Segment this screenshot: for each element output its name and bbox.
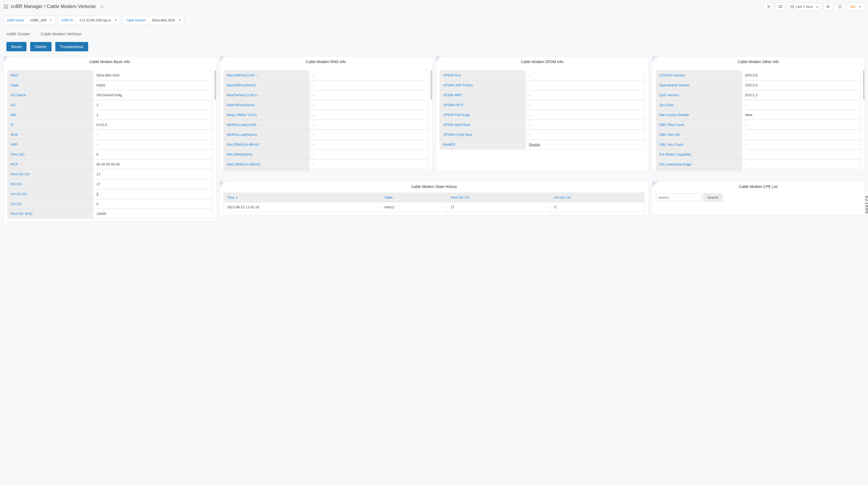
- kv-key: Min DRW(1/4 dBmV): [223, 140, 310, 149]
- scrollbar[interactable]: [863, 70, 865, 100]
- kv-row: Operational VersionDOC3.0: [656, 80, 861, 90]
- kv-value: DOC1.1: [742, 90, 861, 100]
- troubleshoot-button[interactable]: Troubleshoot: [55, 42, 88, 51]
- scrollbar[interactable]: [431, 70, 432, 100]
- kv-row: Neq(1.6MHz TxCh)-: [223, 110, 429, 120]
- kv-key: Operational Version: [656, 80, 742, 90]
- zoom-out-button[interactable]: [824, 3, 833, 10]
- kv-key: OFDM QAM Mod: [440, 120, 526, 130]
- time-range-picker[interactable]: Last 1 hour: [787, 3, 821, 10]
- kv-row: MD1: [7, 110, 212, 120]
- kv-row: IP0.0.0.0: [7, 120, 212, 130]
- panel-info-icon[interactable]: i: [220, 181, 226, 187]
- panel-title: Cable Modem OFDM Info: [436, 56, 648, 66]
- filter-value-cnbr-name[interactable]: cnBR_209: [27, 16, 56, 25]
- kv-value[interactable]: 5: [93, 189, 212, 199]
- kv-key: DBC Res OK: [656, 130, 742, 139]
- kv-row: MinPwrLoad(1/100 …-: [223, 120, 429, 130]
- clock-icon: [790, 5, 794, 8]
- kv-key: MD: [7, 110, 93, 119]
- svg-point-9: [768, 6, 769, 7]
- kv-row: RCP00 00 00 00 00: [7, 159, 212, 169]
- panel-info-icon[interactable]: i: [652, 56, 658, 62]
- kv-value[interactable]: Display: [526, 140, 645, 149]
- kv-key: RCP: [7, 159, 93, 169]
- svg-point-6: [102, 7, 103, 8]
- kv-row: Min DRW(Norm)-: [223, 149, 429, 159]
- filter-label-cnbr-name: cnBR Name: [4, 16, 27, 25]
- kv-key: IP: [7, 120, 93, 130]
- kv-row: MinPwrLoad(Norm)-: [223, 130, 429, 140]
- kv-row: Prim DS SFID10005: [7, 209, 212, 219]
- kv-value: -: [526, 80, 645, 90]
- svg-rect-10: [779, 5, 782, 7]
- filter-label-cnbr-id: cnBR ID: [58, 16, 76, 25]
- kv-value: -: [742, 159, 861, 169]
- kv-row: Max DRW(Norm)-: [223, 169, 429, 171]
- kv-row: Prim DS CH17: [7, 169, 212, 179]
- table-row: 2021-06-22 11:41:15init(rc)175: [223, 202, 645, 212]
- monitor-button[interactable]: [776, 3, 785, 10]
- kv-value: -: [310, 140, 428, 149]
- breadcrumb-item: Cable Modem Verbose: [40, 32, 82, 36]
- kv-row: Ext Pktlen Capability-: [656, 149, 861, 159]
- kv-row: DBC Req Count-: [656, 120, 861, 130]
- refresh-button[interactable]: [835, 3, 845, 10]
- kv-row: Max DRW(1/4 dBmV)-: [223, 159, 429, 169]
- share-icon[interactable]: [100, 5, 104, 8]
- col-init-us[interactable]: Init US CH: [551, 193, 645, 202]
- breadcrumb-item[interactable]: cnBR Cluster: [6, 32, 30, 36]
- filter-row: cnBR Name cnBR_209 cnBR ID 172.22.64.209…: [0, 13, 868, 27]
- kv-row: QoS VersionDOC1.1: [656, 90, 861, 100]
- kv-row: OFDM QAM Mod-: [440, 120, 645, 130]
- kv-key: MinPwrLoad(1/100 …: [223, 120, 310, 130]
- kv-row: Min DRW(1/4 dBmV)-: [223, 140, 429, 149]
- refresh-interval-picker[interactable]: 10s: [847, 3, 864, 10]
- kv-row: DS Lowerband Edge-: [656, 159, 861, 169]
- monitor-icon: [778, 5, 782, 8]
- delete-button[interactable]: Delete: [30, 42, 51, 51]
- kv-value: -: [310, 100, 428, 110]
- reset-button[interactable]: Reset: [6, 42, 26, 51]
- state-history-table: Time ▼ State Prim DS CH Init US CH 2021-…: [223, 193, 645, 215]
- kv-row: SG NameSG2VoiceConfig: [7, 90, 212, 100]
- svg-line-14: [829, 7, 830, 8]
- dashboard-grid-icon[interactable]: [4, 4, 8, 9]
- panel-info-icon[interactable]: i: [436, 56, 442, 62]
- kv-value: -: [742, 120, 861, 130]
- kv-value: -: [310, 159, 428, 169]
- kv-value: DOC3.0: [742, 80, 861, 90]
- panel-info-icon[interactable]: i: [652, 181, 658, 187]
- kv-value: -: [526, 120, 645, 130]
- panel-rng-info: i Cable Modem RNG Info MaxCMPwr(1/100 …-…: [220, 56, 433, 171]
- kv-key: DOCSIS Version: [656, 70, 742, 80]
- kv-value: DOC3.0: [742, 70, 861, 80]
- cpe-search-button[interactable]: Search: [704, 194, 722, 201]
- kv-key: Prim DS CH: [7, 169, 93, 179]
- kv-key: MaxChPwr(Norm): [223, 100, 310, 110]
- svg-line-8: [101, 7, 102, 7]
- kv-value: -: [526, 90, 645, 100]
- kv-key: SG Name: [7, 90, 93, 100]
- sort-desc-icon: ▼: [236, 196, 238, 199]
- kv-key: OFDM MRC: [440, 90, 526, 100]
- filter-value-cnbr-id[interactable]: 172.22.64.209.nip.io: [76, 16, 120, 25]
- kv-row: OFDMA QAM Mod-: [440, 130, 645, 140]
- kv-key: Max DRW(1/4 dBmV): [223, 159, 310, 169]
- settings-button[interactable]: [764, 3, 773, 10]
- col-prim-ds[interactable]: Prim DS CH: [447, 193, 551, 202]
- kv-key: VRF: [7, 140, 93, 149]
- panel-info-icon[interactable]: i: [220, 56, 226, 62]
- kv-key: Min DRW(Norm): [223, 149, 310, 159]
- panel-info-icon[interactable]: i: [3, 56, 9, 62]
- col-time[interactable]: Time ▼: [223, 193, 381, 202]
- gear-icon: [767, 5, 771, 8]
- cpe-search-input[interactable]: [656, 194, 701, 201]
- panel-other-info: i Cable Modem Other Info DOCSIS VersionD…: [652, 56, 865, 171]
- kv-value: 10005: [93, 209, 212, 219]
- kv-row: US CH5: [7, 199, 212, 209]
- scrollbar[interactable]: [214, 70, 216, 100]
- filter-value-cable-modem[interactable]: 001e.6bfc.f324: [149, 16, 184, 25]
- col-state[interactable]: State: [381, 193, 447, 202]
- kv-key: DS Lowerband Edge: [656, 159, 742, 169]
